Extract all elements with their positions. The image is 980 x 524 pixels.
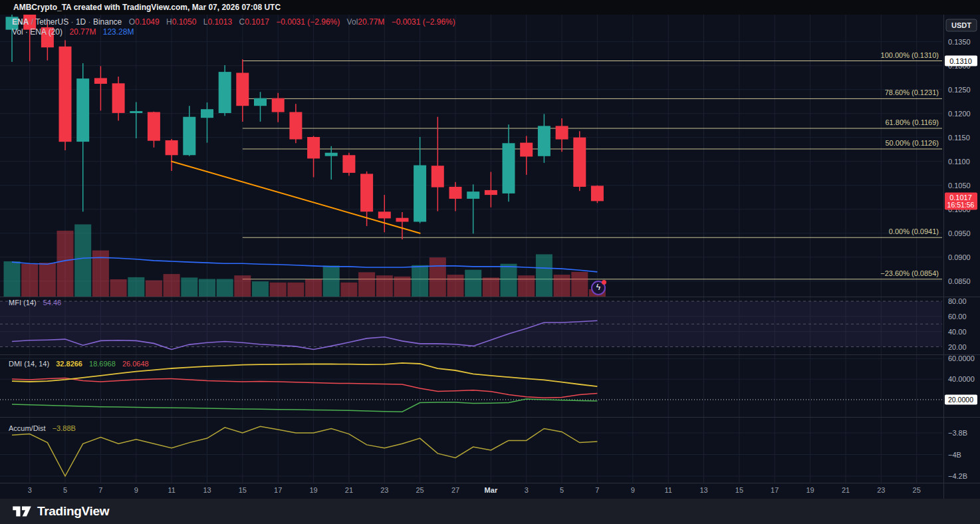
close-value: 0.1017 [245, 17, 269, 27]
price-axis[interactable] [944, 15, 980, 499]
mfi-band [0, 301, 942, 347]
watermark-text: AMBCrypto_TA created with TradingView.co… [13, 3, 281, 12]
candles [6, 11, 604, 239]
trendline [172, 162, 420, 233]
close-label: C [239, 17, 245, 27]
refresh-icon[interactable]: ϟ [591, 281, 606, 295]
dot-separator: · [88, 17, 91, 27]
timeframe: 1D [76, 17, 86, 27]
dmi-legend: DMI (14, 14) 32.8266 18.6968 26.0648 [9, 360, 149, 368]
svg-text:0.00% (0.0941): 0.00% (0.0941) [889, 227, 939, 235]
symbol-name: ENA [12, 17, 29, 27]
mfi-label: MFI [9, 299, 21, 307]
accum-dist-legend: Accum/Dist −3.88B [9, 424, 76, 432]
svg-text:61.80% (0.1169): 61.80% (0.1169) [885, 118, 939, 126]
high-label: H [166, 17, 172, 27]
brand-text: TradingView [37, 504, 109, 519]
pane-separators [0, 15, 980, 499]
dmi-label: DMI [9, 360, 22, 368]
svg-text:100.00% (0.1310): 100.00% (0.1310) [881, 51, 939, 59]
vol-value: 20.77M [358, 17, 384, 27]
dmi-minusdi-value: 26.0648 [122, 360, 149, 368]
symbol-separator: / [31, 17, 33, 27]
accum-dist-label: Accum/Dist [9, 424, 46, 432]
open-label: O [129, 17, 135, 27]
change-value: −0.0031 (−2.96%) [276, 17, 340, 27]
high-value: 0.1050 [172, 17, 197, 27]
watermark-bar: AMBCrypto_TA created with TradingView.co… [0, 0, 980, 15]
tradingview-chart-app: 100.00% (0.1310)78.60% (0.1231)61.80% (0… [0, 0, 980, 524]
notification-dot [602, 280, 606, 285]
dmi-lines [12, 363, 597, 412]
time-axis[interactable] [0, 483, 942, 499]
volume-legend-value: 20.77M [69, 27, 96, 37]
accum-dist-value: −3.88B [53, 424, 76, 432]
mfi-params: (14) [23, 299, 37, 307]
svg-text:−23.60% (0.0854): −23.60% (0.0854) [880, 269, 939, 277]
symbol-pair: TetherUS [35, 17, 68, 27]
mfi-legend: MFI (14) 54.46 [9, 299, 61, 307]
volume-bars [4, 224, 606, 297]
footer-bar: TradingView [0, 499, 980, 524]
volume-legend-label: Vol · ENA (20) [12, 27, 62, 37]
symbol-legend: ENA / TetherUS · 1D · Binance O0.1049 H0… [12, 17, 455, 27]
volume-legend: Vol · ENA (20) 20.77M 123.28M [12, 27, 134, 37]
tradingview-logo-icon [12, 503, 32, 520]
tradingview-logo[interactable]: TradingView [12, 503, 109, 520]
vol-change-value: −0.0031 (−2.96%) [392, 17, 455, 27]
svg-text:78.60% (0.1231): 78.60% (0.1231) [885, 88, 939, 96]
volume-ma-value: 123.28M [103, 27, 134, 37]
dmi-adx-value: 32.8266 [56, 360, 82, 368]
svg-text:50.00% (0.1126): 50.00% (0.1126) [885, 139, 939, 147]
chart-canvas[interactable]: 100.00% (0.1310)78.60% (0.1231)61.80% (0… [0, 0, 980, 524]
dmi-params: (14, 14) [24, 360, 49, 368]
low-value: 0.1013 [207, 17, 232, 27]
vol-label: Vol [347, 17, 358, 27]
dmi-plusdi-value: 18.6968 [89, 360, 116, 368]
exchange: Binance [93, 17, 122, 27]
dot-separator: · [71, 17, 74, 27]
mfi-value: 54.46 [43, 299, 62, 307]
accum-dist-line [12, 426, 597, 476]
open-value: 0.1049 [135, 17, 160, 27]
grid-lines [0, 15, 942, 483]
